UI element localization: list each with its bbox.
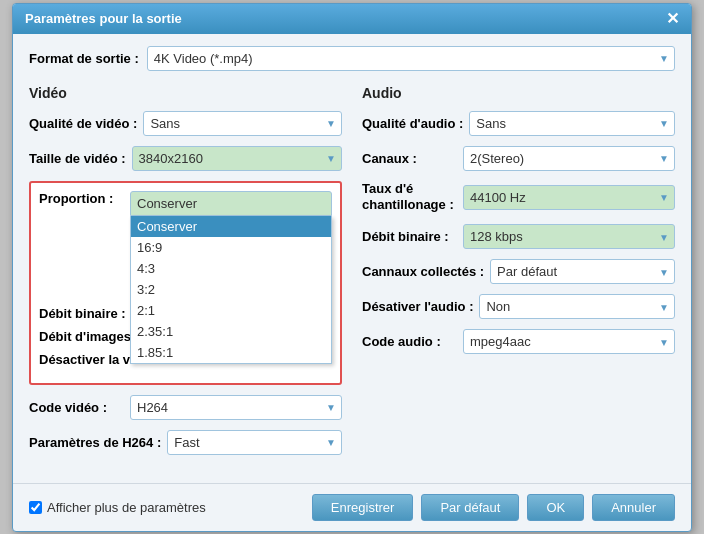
- audio-quality-row: Qualité d'audio : Sans ▼: [362, 111, 675, 136]
- canaux-label: Canaux :: [362, 151, 457, 166]
- video-quality-select[interactable]: Sans: [143, 111, 342, 136]
- audio-debit-select[interactable]: 128 kbps: [463, 224, 675, 249]
- cannaux-row: Cannaux collectés : Par défaut ▼: [362, 259, 675, 284]
- columns: Vidéo Qualité de vidéo : Sans ▼ Taille d…: [29, 85, 675, 465]
- video-size-select-container: 3840x2160 ▼: [132, 146, 342, 171]
- canaux-select-container: 2(Stereo) ▼: [463, 146, 675, 171]
- format-row: Format de sortie : 4K Video (*.mp4) ▼: [29, 46, 675, 71]
- code-video-row: Code vidéo : H264 ▼: [29, 395, 342, 420]
- cannaux-select[interactable]: Par défaut: [490, 259, 675, 284]
- afficher-plus-checkbox[interactable]: [29, 501, 42, 514]
- h264-params-label: Paramètres de H264 :: [29, 435, 161, 450]
- close-button[interactable]: ✕: [666, 11, 679, 27]
- video-size-label: Taille de vidéo :: [29, 151, 126, 166]
- proportion-display[interactable]: Conserver: [130, 191, 332, 216]
- proportion-option-3-2[interactable]: 3:2: [131, 279, 331, 300]
- title-bar: Paramètres pour la sortie ✕: [13, 4, 691, 34]
- proportion-option-2-1[interactable]: 2:1: [131, 300, 331, 321]
- ok-button[interactable]: OK: [527, 494, 584, 521]
- cannaux-select-container: Par défaut ▼: [490, 259, 675, 284]
- h264-params-select[interactable]: Fast: [167, 430, 342, 455]
- audio-column: Audio Qualité d'audio : Sans ▼ Canaux :: [362, 85, 675, 465]
- code-video-label: Code vidéo :: [29, 400, 124, 415]
- taux-row: Taux d'échantillonage : 44100 Hz ▼: [362, 181, 675, 215]
- proportion-option-conserver[interactable]: Conserver: [131, 216, 331, 237]
- annuler-button[interactable]: Annuler: [592, 494, 675, 521]
- proportion-option-2-35-1[interactable]: 2.35:1: [131, 321, 331, 342]
- audio-quality-select-container: Sans ▼: [469, 111, 675, 136]
- proportion-box: Proportion : Conserver Conserver 16:9 4:…: [29, 181, 342, 385]
- enregistrer-button[interactable]: Enregistrer: [312, 494, 414, 521]
- audio-quality-select[interactable]: Sans: [469, 111, 675, 136]
- video-quality-row: Qualité de vidéo : Sans ▼: [29, 111, 342, 136]
- video-size-select[interactable]: 3840x2160: [132, 146, 342, 171]
- video-quality-select-container: Sans ▼: [143, 111, 342, 136]
- par-defaut-button[interactable]: Par défaut: [421, 494, 519, 521]
- h264-params-row: Paramètres de H264 : Fast ▼: [29, 430, 342, 455]
- code-audio-label: Code audio :: [362, 334, 457, 349]
- code-audio-select-container: mpeg4aac ▼: [463, 329, 675, 354]
- taux-select[interactable]: 44100 Hz: [463, 185, 675, 210]
- debit-images-label: Débit d'images :: [39, 329, 139, 344]
- desativer-audio-select-container: Non ▼: [479, 294, 675, 319]
- proportion-label: Proportion :: [39, 191, 124, 206]
- proportion-dropdown[interactable]: Conserver Conserver 16:9 4:3 3:2 2:1 2.3…: [130, 191, 332, 216]
- code-audio-select[interactable]: mpeg4aac: [463, 329, 675, 354]
- format-select-container: 4K Video (*.mp4) ▼: [147, 46, 675, 71]
- dialog-title: Paramètres pour la sortie: [25, 11, 182, 26]
- video-section-title: Vidéo: [29, 85, 342, 101]
- audio-debit-select-container: 128 kbps ▼: [463, 224, 675, 249]
- footer: Afficher plus de paramètres Enregistrer …: [13, 483, 691, 531]
- audio-quality-label: Qualité d'audio :: [362, 116, 463, 131]
- proportion-list: Conserver 16:9 4:3 3:2 2:1 2.35:1 1.85:1: [130, 216, 332, 364]
- format-label: Format de sortie :: [29, 51, 139, 66]
- proportion-header: Proportion : Conserver Conserver 16:9 4:…: [39, 191, 332, 216]
- video-quality-label: Qualité de vidéo :: [29, 116, 137, 131]
- checkbox-label[interactable]: Afficher plus de paramètres: [29, 500, 304, 515]
- canaux-select[interactable]: 2(Stereo): [463, 146, 675, 171]
- desativer-audio-label: Désativer l'audio :: [362, 299, 473, 314]
- afficher-plus-label: Afficher plus de paramètres: [47, 500, 206, 515]
- code-video-select[interactable]: H264: [130, 395, 342, 420]
- code-audio-row: Code audio : mpeg4aac ▼: [362, 329, 675, 354]
- debit-binaire-label: Débit binaire :: [39, 306, 126, 321]
- audio-debit-label: Débit binaire :: [362, 229, 457, 244]
- video-column: Vidéo Qualité de vidéo : Sans ▼ Taille d…: [29, 85, 342, 465]
- dialog: Paramètres pour la sortie ✕ Format de so…: [12, 3, 692, 532]
- proportion-option-16-9[interactable]: 16:9: [131, 237, 331, 258]
- audio-debit-row: Débit binaire : 128 kbps ▼: [362, 224, 675, 249]
- cannaux-label: Cannaux collectés :: [362, 264, 484, 279]
- canaux-row: Canaux : 2(Stereo) ▼: [362, 146, 675, 171]
- video-size-row: Taille de vidéo : 3840x2160 ▼: [29, 146, 342, 171]
- proportion-option-4-3[interactable]: 4:3: [131, 258, 331, 279]
- h264-params-select-container: Fast ▼: [167, 430, 342, 455]
- taux-label: Taux d'échantillonage :: [362, 181, 457, 215]
- taux-select-container: 44100 Hz ▼: [463, 185, 675, 210]
- dialog-body: Format de sortie : 4K Video (*.mp4) ▼ Vi…: [13, 34, 691, 477]
- desativer-audio-select[interactable]: Non: [479, 294, 675, 319]
- format-select[interactable]: 4K Video (*.mp4): [147, 46, 675, 71]
- audio-section-title: Audio: [362, 85, 675, 101]
- code-video-select-container: H264 ▼: [130, 395, 342, 420]
- proportion-option-1-85-1[interactable]: 1.85:1: [131, 342, 331, 363]
- desativer-audio-row: Désativer l'audio : Non ▼: [362, 294, 675, 319]
